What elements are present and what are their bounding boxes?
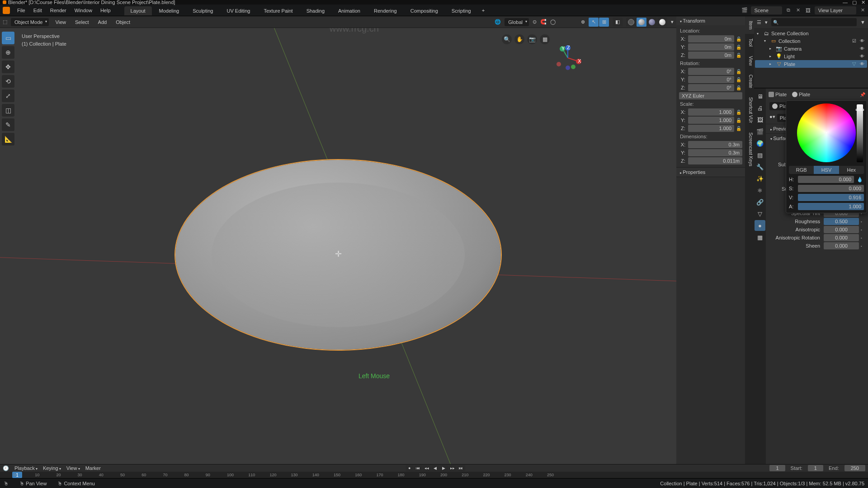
tl-keying[interactable]: Keying [43,465,61,471]
workspace-sculpting[interactable]: Sculpting [186,6,219,15]
tool-annotate[interactable]: ✎ [2,118,14,131]
xray-icon[interactable]: ◧ [613,18,623,27]
3d-menu-object[interactable]: Object [113,18,133,26]
ptab-texture[interactable]: ▦ [755,232,765,243]
rot-z[interactable]: 0° [688,84,734,91]
eyedropper-icon[interactable]: 💧 [856,177,864,183]
ptab-render[interactable]: 🖥 [755,91,765,102]
ntab-screencast[interactable]: Screencast Keys [745,128,754,171]
tl-view[interactable]: View [66,465,80,471]
transform-header[interactable]: Transform [676,16,745,25]
node-link-icon[interactable]: • [861,228,865,232]
workspace-shading[interactable]: Shading [300,6,331,15]
overlays-icon[interactable]: ⊞ [599,18,609,27]
ortho-toggle-icon[interactable]: ▦ [540,34,550,44]
ptab-modifiers[interactable]: 🔧 [755,161,765,172]
lock-icon[interactable]: 🔓 [735,45,742,50]
editor-type-icon[interactable]: ⬚ [3,19,7,25]
lock-icon[interactable]: 🔓 [735,37,742,42]
picker-a[interactable]: 1.000 [798,203,864,210]
ntab-view[interactable]: View [745,52,754,70]
shading-solid-icon[interactable] [637,18,646,27]
tool-rotate[interactable]: ⟲ [2,75,14,88]
ptab-material[interactable]: ● [755,220,765,231]
eye-icon[interactable]: 👁 [859,54,865,59]
properties-header[interactable]: Properties [676,168,745,177]
minimize-icon[interactable]: — [843,0,848,5]
prop-value[interactable]: 0.500 [824,218,859,225]
dim-z[interactable]: 0.011m [688,157,742,164]
dim-y[interactable]: 0.3m [688,149,742,156]
jump-start-icon[interactable]: ⏮ [414,465,422,471]
play-icon[interactable]: ▶ [440,465,448,471]
eye-icon[interactable]: 👁 [859,38,865,43]
tree-collection[interactable]: ▾▭Collection☑👁 [755,37,867,45]
shading-wire-icon[interactable] [626,18,636,27]
crumb-object[interactable]: Plate [769,92,787,97]
lock-icon[interactable]: 🔓 [735,126,742,131]
keyframe-next-icon[interactable]: ▸▸ [448,465,457,471]
tl-playback[interactable]: Playback [14,465,38,471]
3d-menu-add[interactable]: Add [95,18,110,26]
timeline-ruler[interactable]: 1 01020304050607080901001101201301401501… [0,472,868,478]
mode-hex[interactable]: Hex [839,166,864,174]
mode-hsv[interactable]: HSV [814,166,839,174]
scale-y[interactable]: 1.000 [688,117,734,124]
workspace-animation[interactable]: Animation [332,6,367,15]
shading-options-icon[interactable]: ▾ [671,19,674,25]
ntab-create[interactable]: Create [745,70,754,93]
viewlayer-delete-icon[interactable]: ✕ [859,7,866,14]
tool-scale[interactable]: ⤢ [2,89,14,102]
orientation-gizmo[interactable]: X Y Z [554,44,581,71]
rot-x[interactable]: 0° [688,68,734,75]
scene-selector[interactable]: Scene [751,6,782,14]
jump-end-icon[interactable]: ⏭ [457,465,465,471]
proportional-icon[interactable]: ◯ [550,19,556,25]
outliner-type-icon[interactable]: ☰ [757,19,761,25]
tool-move[interactable]: ✥ [2,61,14,73]
prop-value[interactable]: 0.000 [824,242,859,249]
ptab-viewlayer[interactable]: 🖼 [755,114,765,125]
ntab-shortcut[interactable]: Shortcut VUr [745,93,754,127]
outliner-search[interactable]: 🔍 [771,18,857,26]
3d-menu-select[interactable]: Select [72,18,92,26]
crumb-material[interactable]: Plate [792,92,810,97]
tool-select-box[interactable]: ▭ [2,32,14,44]
ptab-mesh[interactable]: ▽ [755,208,765,219]
select-gizmo-icon[interactable]: ↖ [589,18,599,27]
prop-value[interactable]: 0.000 [824,226,859,233]
menu-file[interactable]: File [14,6,29,15]
pivot-icon[interactable]: ⊙ [533,19,537,25]
workspace-texpaint[interactable]: Texture Paint [257,6,299,15]
eye-icon[interactable]: 👁 [859,61,865,66]
workspace-compositing[interactable]: Compositing [404,6,444,15]
pan-icon[interactable]: ✋ [514,34,524,44]
browse-material-icon[interactable]: ●▾ [769,114,775,122]
prop-value[interactable]: 0.000 [824,234,859,241]
rot-y[interactable]: 0° [688,76,734,83]
color-wheel[interactable] [797,103,856,162]
ptab-world[interactable]: 🌍 [755,138,765,149]
ntab-item[interactable]: Item [745,16,754,34]
ptab-particles[interactable]: ✨ [755,173,765,184]
timeline-type-icon[interactable]: 🕘 [3,465,9,471]
picker-v[interactable]: 0.916 [798,194,864,201]
3d-menu-view[interactable]: View [52,18,69,26]
tool-cursor[interactable]: ⊕ [2,46,14,59]
play-reverse-icon[interactable]: ◀ [431,465,439,471]
tree-light[interactable]: ▸💡Light👁 [755,52,867,60]
workspace-add[interactable]: + [478,6,488,15]
ptab-output[interactable]: 🖨 [755,103,765,113]
loc-z[interactable]: 0m [688,52,734,59]
menu-window[interactable]: Window [71,6,96,15]
filter-icon[interactable]: ▼ [860,19,865,25]
orientation-dropdown[interactable]: Global [505,18,529,26]
tree-plate[interactable]: ▸▽Plate▽👁 [755,60,867,68]
ptab-object[interactable]: ▨ [755,150,765,160]
tool-measure[interactable]: 📐 [2,133,14,145]
node-link-icon[interactable]: • [861,236,865,240]
rotation-mode[interactable]: XYZ Euler [679,92,742,99]
workspace-layout[interactable]: Layout [124,6,152,15]
loc-x[interactable]: 0m [688,35,734,42]
value-slider[interactable] [857,104,863,162]
